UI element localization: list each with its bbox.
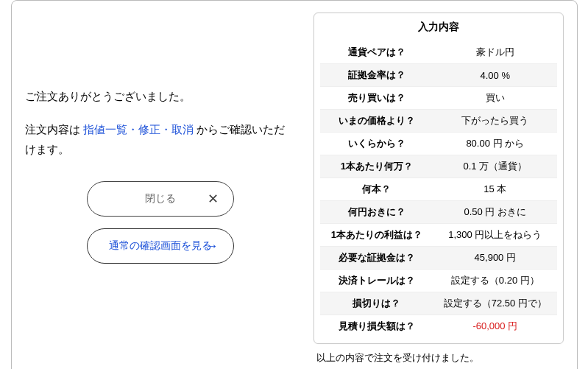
summary-area: 入力内容 通貨ペアは？豪ドル円証拠金率は？4.00 %売り買いは？買いいまの価格…: [314, 13, 564, 365]
table-row: 何本？15 本: [320, 178, 557, 201]
row-value: 80.00 円 から: [433, 133, 556, 155]
table-row: 決済トレールは？設定する（0.20 円）: [320, 270, 557, 292]
close-button[interactable]: 閉じる ✕: [87, 181, 234, 217]
table-row: 通貨ペアは？豪ドル円: [320, 41, 557, 64]
input-summary-box: 入力内容 通貨ペアは？豪ドル円証拠金率は？4.00 %売り買いは？買いいまの価格…: [314, 13, 564, 344]
summary-table: 通貨ペアは？豪ドル円証拠金率は？4.00 %売り買いは？買いいまの価格より？下が…: [320, 41, 557, 337]
table-row: 損切りは？設定する（72.50 円で）: [320, 292, 557, 315]
summary-footer-message: 以上の内容で注文を受け付けました。: [314, 351, 564, 365]
row-label: 1本あたりの利益は？: [320, 224, 434, 247]
row-label: 損切りは？: [320, 292, 434, 315]
row-value: 豪ドル円: [433, 41, 556, 64]
table-row: 1本あたり何万？0.1 万（通貨）: [320, 155, 557, 178]
close-icon: ✕: [208, 191, 219, 207]
row-value: 0.50 円 おきに: [433, 201, 556, 224]
row-value: 0.1 万（通貨）: [433, 155, 556, 178]
table-row: いまの価格より？下がったら買う: [320, 110, 557, 133]
row-label: 何円おきに？: [320, 201, 434, 224]
row-value: 下がったら買う: [433, 110, 556, 133]
normal-confirmation-view-button[interactable]: 通常の確認画面を見る →: [87, 228, 234, 264]
order-confirmation-panel: ご注文ありがとうございました。 注文内容は 指値一覧・修正・取消 からご確認いた…: [11, 0, 578, 369]
row-value: 1,300 円以上をねらう: [433, 224, 556, 247]
row-value: 買い: [433, 87, 556, 110]
row-label: 通貨ペアは？: [320, 41, 434, 64]
left-message-area: ご注文ありがとうございました。 注文内容は 指値一覧・修正・取消 からご確認いた…: [25, 13, 296, 365]
thank-you-message: ご注文ありがとうございました。: [25, 86, 296, 106]
row-value: 45,900 円: [433, 247, 556, 270]
arrow-right-icon: →: [205, 239, 219, 254]
table-row: 証拠金率は？4.00 %: [320, 64, 557, 87]
row-label: 何本？: [320, 178, 434, 201]
button-container: 閉じる ✕ 通常の確認画面を見る →: [25, 181, 296, 264]
row-label: 売り買いは？: [320, 87, 434, 110]
row-value: 設定する（0.20 円）: [433, 270, 556, 292]
limit-order-list-link[interactable]: 指値一覧・修正・取消: [83, 123, 194, 136]
row-label: 必要な証拠金は？: [320, 247, 434, 270]
row-label: 決済トレールは？: [320, 270, 434, 292]
summary-title: 入力内容: [320, 21, 557, 34]
row-label: 1本あたり何万？: [320, 155, 434, 178]
row-value: 15 本: [433, 178, 556, 201]
close-button-label: 閉じる: [145, 192, 176, 205]
table-row: 売り買いは？買い: [320, 87, 557, 110]
table-row: 見積り損失額は？-60,000 円: [320, 315, 557, 338]
row-label: 見積り損失額は？: [320, 315, 434, 338]
table-row: 何円おきに？0.50 円 おきに: [320, 201, 557, 224]
table-row: 必要な証拠金は？45,900 円: [320, 247, 557, 270]
row-label: いまの価格より？: [320, 110, 434, 133]
row-value: -60,000 円: [433, 315, 556, 338]
row-value: 4.00 %: [433, 64, 556, 87]
row-value: 設定する（72.50 円で）: [433, 292, 556, 315]
table-row: いくらから？80.00 円 から: [320, 133, 557, 155]
normal-view-label: 通常の確認画面を見る: [109, 239, 212, 253]
confirm-instruction: 注文内容は 指値一覧・修正・取消 からご確認いただけます。: [25, 119, 296, 159]
table-row: 1本あたりの利益は？1,300 円以上をねらう: [320, 224, 557, 247]
confirm-prefix: 注文内容は: [25, 123, 83, 136]
row-label: 証拠金率は？: [320, 64, 434, 87]
row-label: いくらから？: [320, 133, 434, 155]
